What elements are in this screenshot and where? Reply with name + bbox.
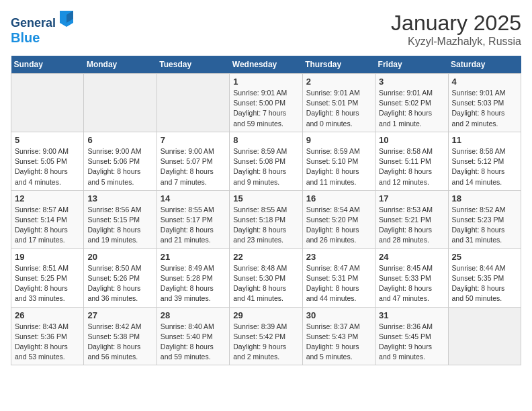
calendar-cell: 20Sunrise: 8:50 AMSunset: 5:26 PMDayligh… xyxy=(84,248,157,307)
day-number: 29 xyxy=(233,310,298,320)
day-number: 11 xyxy=(452,135,517,145)
day-number: 22 xyxy=(233,252,298,262)
day-number: 28 xyxy=(161,310,226,320)
month-title: January 2025 xyxy=(391,11,521,36)
day-info: Sunrise: 8:51 AMSunset: 5:25 PMDaylight:… xyxy=(15,263,80,304)
day-info: Sunrise: 9:01 AMSunset: 5:02 PMDaylight:… xyxy=(379,88,444,129)
day-info: Sunrise: 8:50 AMSunset: 5:26 PMDaylight:… xyxy=(87,263,152,304)
day-number: 24 xyxy=(379,252,444,262)
day-info: Sunrise: 8:58 AMSunset: 5:12 PMDaylight:… xyxy=(452,146,517,187)
calendar-cell: 26Sunrise: 8:43 AMSunset: 5:36 PMDayligh… xyxy=(11,307,84,365)
calendar-week-row: 1Sunrise: 9:01 AMSunset: 5:00 PMDaylight… xyxy=(11,74,521,132)
calendar-cell: 3Sunrise: 9:01 AMSunset: 5:02 PMDaylight… xyxy=(375,74,448,132)
day-info: Sunrise: 8:37 AMSunset: 5:43 PMDaylight:… xyxy=(306,322,371,363)
day-number: 27 xyxy=(87,310,152,320)
calendar-cell xyxy=(11,74,84,132)
day-number: 12 xyxy=(15,193,80,203)
day-info: Sunrise: 8:49 AMSunset: 5:28 PMDaylight:… xyxy=(161,263,226,304)
day-number: 15 xyxy=(233,193,298,203)
calendar-week-row: 26Sunrise: 8:43 AMSunset: 5:36 PMDayligh… xyxy=(11,307,521,365)
location: Kyzyl-Mazhalyk, Russia xyxy=(391,36,521,48)
calendar-cell: 12Sunrise: 8:57 AMSunset: 5:14 PMDayligh… xyxy=(11,190,84,248)
day-number: 8 xyxy=(233,135,298,145)
logo-general: General xyxy=(11,16,56,30)
logo-blue-text: Blue xyxy=(11,30,40,45)
day-number: 3 xyxy=(379,77,444,87)
day-info: Sunrise: 9:00 AMSunset: 5:05 PMDaylight:… xyxy=(15,146,80,187)
calendar-cell: 18Sunrise: 8:52 AMSunset: 5:23 PMDayligh… xyxy=(448,190,521,248)
logo-icon xyxy=(60,11,73,27)
logo: General Blue xyxy=(11,11,73,45)
day-number: 2 xyxy=(306,77,371,87)
page-header: General Blue January 2025 Kyzyl-Mazhalyk… xyxy=(11,11,521,48)
logo-text: General xyxy=(11,11,73,30)
day-info: Sunrise: 8:44 AMSunset: 5:35 PMDaylight:… xyxy=(452,263,517,304)
day-info: Sunrise: 9:01 AMSunset: 5:01 PMDaylight:… xyxy=(306,88,371,129)
calendar-cell: 31Sunrise: 8:36 AMSunset: 5:45 PMDayligh… xyxy=(375,307,448,365)
day-info: Sunrise: 8:45 AMSunset: 5:33 PMDaylight:… xyxy=(379,263,444,304)
day-info: Sunrise: 8:54 AMSunset: 5:20 PMDaylight:… xyxy=(306,205,371,246)
calendar-cell: 6Sunrise: 9:00 AMSunset: 5:06 PMDaylight… xyxy=(84,132,157,190)
calendar-cell: 21Sunrise: 8:49 AMSunset: 5:28 PMDayligh… xyxy=(157,248,229,307)
calendar-cell: 15Sunrise: 8:55 AMSunset: 5:18 PMDayligh… xyxy=(230,190,302,248)
calendar-week-row: 19Sunrise: 8:51 AMSunset: 5:25 PMDayligh… xyxy=(11,248,521,307)
day-number: 20 xyxy=(87,252,152,262)
calendar-cell: 29Sunrise: 8:39 AMSunset: 5:42 PMDayligh… xyxy=(230,307,302,365)
day-number: 7 xyxy=(161,135,226,145)
day-number: 13 xyxy=(87,193,152,203)
calendar-cell: 28Sunrise: 8:40 AMSunset: 5:40 PMDayligh… xyxy=(157,307,229,365)
day-number: 16 xyxy=(306,193,371,203)
day-info: Sunrise: 8:42 AMSunset: 5:38 PMDaylight:… xyxy=(87,322,152,363)
calendar-cell: 5Sunrise: 9:00 AMSunset: 5:05 PMDaylight… xyxy=(11,132,84,190)
weekday-header: Thursday xyxy=(302,56,375,74)
calendar-body: 1Sunrise: 9:01 AMSunset: 5:00 PMDaylight… xyxy=(11,74,521,365)
day-info: Sunrise: 8:53 AMSunset: 5:21 PMDaylight:… xyxy=(379,205,444,246)
calendar-cell: 17Sunrise: 8:53 AMSunset: 5:21 PMDayligh… xyxy=(375,190,448,248)
calendar-cell: 19Sunrise: 8:51 AMSunset: 5:25 PMDayligh… xyxy=(11,248,84,307)
calendar-cell: 14Sunrise: 8:55 AMSunset: 5:17 PMDayligh… xyxy=(157,190,229,248)
calendar-cell: 13Sunrise: 8:56 AMSunset: 5:15 PMDayligh… xyxy=(84,190,157,248)
weekday-header: Sunday xyxy=(11,56,84,74)
day-info: Sunrise: 8:55 AMSunset: 5:17 PMDaylight:… xyxy=(161,205,226,246)
day-number: 14 xyxy=(161,193,226,203)
day-number: 26 xyxy=(15,310,80,320)
day-number: 10 xyxy=(379,135,444,145)
title-block: January 2025 Kyzyl-Mazhalyk, Russia xyxy=(391,11,521,48)
day-info: Sunrise: 8:59 AMSunset: 5:08 PMDaylight:… xyxy=(233,146,298,187)
day-number: 17 xyxy=(379,193,444,203)
calendar-cell: 25Sunrise: 8:44 AMSunset: 5:35 PMDayligh… xyxy=(448,248,521,307)
day-number: 5 xyxy=(15,135,80,145)
day-info: Sunrise: 8:59 AMSunset: 5:10 PMDaylight:… xyxy=(306,146,371,187)
day-info: Sunrise: 8:48 AMSunset: 5:30 PMDaylight:… xyxy=(233,263,298,304)
day-info: Sunrise: 9:00 AMSunset: 5:06 PMDaylight:… xyxy=(87,146,152,187)
calendar-cell: 7Sunrise: 9:00 AMSunset: 5:07 PMDaylight… xyxy=(157,132,229,190)
day-info: Sunrise: 8:58 AMSunset: 5:11 PMDaylight:… xyxy=(379,146,444,187)
day-number: 25 xyxy=(452,252,517,262)
weekday-row: SundayMondayTuesdayWednesdayThursdayFrid… xyxy=(11,56,521,74)
day-info: Sunrise: 8:56 AMSunset: 5:15 PMDaylight:… xyxy=(87,205,152,246)
day-number: 6 xyxy=(87,135,152,145)
day-number: 31 xyxy=(379,310,444,320)
weekday-header: Friday xyxy=(375,56,448,74)
calendar-cell xyxy=(448,307,521,365)
calendar-cell: 10Sunrise: 8:58 AMSunset: 5:11 PMDayligh… xyxy=(375,132,448,190)
day-info: Sunrise: 8:43 AMSunset: 5:36 PMDaylight:… xyxy=(15,322,80,363)
day-number: 30 xyxy=(306,310,371,320)
calendar-table: SundayMondayTuesdayWednesdayThursdayFrid… xyxy=(11,56,521,365)
calendar-header: SundayMondayTuesdayWednesdayThursdayFrid… xyxy=(11,56,521,74)
calendar-cell: 1Sunrise: 9:01 AMSunset: 5:00 PMDaylight… xyxy=(230,74,302,132)
day-info: Sunrise: 8:47 AMSunset: 5:31 PMDaylight:… xyxy=(306,263,371,304)
day-info: Sunrise: 8:57 AMSunset: 5:14 PMDaylight:… xyxy=(15,205,80,246)
calendar-cell: 24Sunrise: 8:45 AMSunset: 5:33 PMDayligh… xyxy=(375,248,448,307)
calendar-cell xyxy=(157,74,229,132)
calendar-cell: 2Sunrise: 9:01 AMSunset: 5:01 PMDaylight… xyxy=(302,74,375,132)
calendar-cell: 9Sunrise: 8:59 AMSunset: 5:10 PMDaylight… xyxy=(302,132,375,190)
day-number: 1 xyxy=(233,77,298,87)
day-number: 23 xyxy=(306,252,371,262)
calendar-cell: 27Sunrise: 8:42 AMSunset: 5:38 PMDayligh… xyxy=(84,307,157,365)
calendar-cell: 30Sunrise: 8:37 AMSunset: 5:43 PMDayligh… xyxy=(302,307,375,365)
day-info: Sunrise: 8:39 AMSunset: 5:42 PMDaylight:… xyxy=(233,322,298,363)
weekday-header: Monday xyxy=(84,56,157,74)
day-info: Sunrise: 9:01 AMSunset: 5:00 PMDaylight:… xyxy=(233,88,298,129)
calendar-cell: 11Sunrise: 8:58 AMSunset: 5:12 PMDayligh… xyxy=(448,132,521,190)
